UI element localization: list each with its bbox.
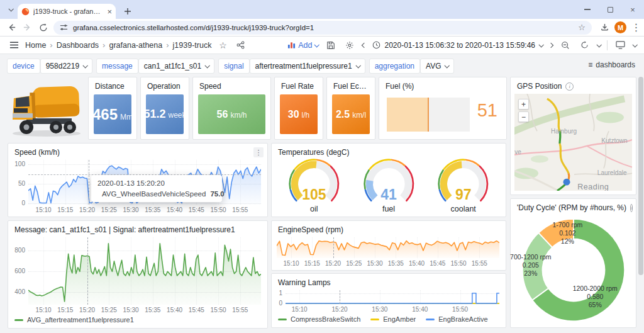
stat-value-block: 465Mm bbox=[94, 94, 131, 134]
breadcrumb-dashboard[interactable]: j1939-truck bbox=[173, 41, 212, 50]
panel-title[interactable]: Temperatures (degC) bbox=[272, 144, 506, 159]
browser-menu-kebab-icon[interactable]: ⋮ bbox=[628, 20, 644, 35]
engine-speed-chart[interactable]: 15:1015:1515:2015:2515:3015:3515:4015:45… bbox=[275, 237, 499, 268]
reload-button[interactable] bbox=[35, 20, 51, 35]
x-axis: 15:1015:1515:2015:2515:3015:3515:4015:45… bbox=[28, 205, 261, 214]
map-zoom-out-button[interactable]: − bbox=[518, 111, 529, 122]
share-icon[interactable] bbox=[234, 39, 247, 52]
panel-fuel-eco: Fuel Eco... 2.5km/l bbox=[326, 77, 375, 140]
legend[interactable]: AVG_aftertreatment1fuelpressure1 bbox=[12, 314, 261, 325]
signal-dropdown[interactable]: aftertreatment1fuelpressure1 bbox=[250, 59, 365, 73]
signal-label: signal bbox=[219, 59, 248, 73]
window-close-button[interactable]: × bbox=[621, 0, 644, 19]
message-chart[interactable]: 400600800 15:1015:1515:2015:2515:3015:35… bbox=[12, 237, 261, 325]
gauge-oil: 105 oil bbox=[277, 159, 352, 214]
time-range-picker[interactable]: 2020-01-13 15:06:32 to 2020-01-13 15:59:… bbox=[372, 41, 543, 50]
breadcrumb-dashboards[interactable]: Dashboards bbox=[57, 41, 99, 50]
map-label-partial: ve bbox=[514, 149, 521, 155]
info-icon[interactable]: i bbox=[630, 204, 633, 212]
panel-title[interactable]: Speed bbox=[193, 77, 270, 93]
time-shift-forward-icon[interactable] bbox=[548, 42, 553, 47]
aggregation-dropdown[interactable]: AVG bbox=[421, 59, 453, 73]
panel-title[interactable]: Operation bbox=[141, 77, 189, 93]
zoom-out-icon[interactable] bbox=[559, 39, 572, 52]
panel-title[interactable]: Distance bbox=[89, 77, 136, 93]
message-dropdown[interactable]: can1_at1fc1_s01 bbox=[139, 59, 214, 73]
plot-area[interactable] bbox=[28, 237, 261, 305]
panel-title[interactable]: Warning Lamps bbox=[272, 274, 506, 289]
gps-map[interactable]: Hamburg Kutztown Laureldale Reading ve +… bbox=[514, 94, 632, 191]
hamburger-menu-icon[interactable] bbox=[8, 39, 20, 52]
tv-mode-chevron-icon[interactable] bbox=[632, 42, 637, 47]
window-minimize-button[interactable] bbox=[576, 0, 599, 19]
tab-close-icon[interactable]: × bbox=[107, 8, 112, 16]
fuel-bar-gauge bbox=[387, 98, 470, 132]
breadcrumb-home[interactable]: Home bbox=[25, 41, 46, 50]
x-axis: 15:1015:1515:2015:2515:3015:3515:4015:45… bbox=[277, 258, 499, 268]
legend-item[interactable]: EngAmber bbox=[370, 315, 416, 323]
back-button[interactable] bbox=[4, 20, 19, 35]
fuel-value: 51 bbox=[477, 100, 497, 121]
plot-area[interactable] bbox=[286, 290, 499, 304]
chart-tooltip: 2020-01-13 15:20:20 AVG_WheelBasedVehicl… bbox=[91, 175, 222, 202]
tooltip-value: 75.0 bbox=[210, 190, 224, 198]
add-panel-icon bbox=[287, 42, 296, 49]
panel-title[interactable]: 'Duty Cycle' (RPM by #hours, %) bbox=[517, 203, 626, 212]
dashboards-button[interactable]: ≡ dashboards bbox=[588, 60, 635, 69]
legend-item[interactable]: EngBrakeActive bbox=[426, 315, 487, 323]
save-dashboard-icon[interactable] bbox=[325, 39, 337, 52]
window-maximize-button[interactable] bbox=[599, 0, 621, 19]
panel-title[interactable]: Message: can1_at1fc1_s01 | Signal: after… bbox=[8, 221, 267, 236]
stat-value-block: 51.2week bbox=[146, 94, 184, 134]
duty-cycle-donut[interactable]: 1-700 rpm0.10212%700-1200 rpm0.20523%120… bbox=[516, 217, 631, 324]
tv-mode-icon[interactable] bbox=[614, 39, 626, 52]
panel-title[interactable]: Fuel (%) bbox=[379, 77, 506, 93]
legend-item[interactable]: CompressBrakeSwitch bbox=[278, 315, 360, 323]
legend[interactable]: CompressBrakeSwitchEngAmberEngBrakeActiv… bbox=[275, 313, 499, 325]
panel-title[interactable]: Speed (km/h) bbox=[8, 144, 267, 159]
tooltip-timestamp: 2020-01-13 15:20:20 bbox=[97, 179, 216, 187]
site-info-icon[interactable] bbox=[60, 23, 68, 31]
y-axis: 050100 bbox=[12, 160, 28, 205]
stat-value-block: 56km/h bbox=[198, 94, 265, 134]
browser-tab[interactable]: j1939-truck - grafana-athena - × bbox=[18, 4, 116, 19]
donut-slice-label: 1200-2000 rpm0.58065% bbox=[573, 285, 618, 309]
refresh-icon[interactable] bbox=[578, 39, 591, 52]
info-icon[interactable]: i bbox=[565, 82, 574, 91]
forward-button[interactable] bbox=[19, 20, 35, 35]
downloads-icon[interactable] bbox=[597, 20, 613, 35]
bookmark-star-icon[interactable]: ☆ bbox=[578, 23, 586, 32]
panel-speed-stat: Speed 56km/h bbox=[192, 77, 271, 140]
panel-title[interactable]: GPS Position bbox=[517, 82, 562, 91]
map-zoom-in-button[interactable]: + bbox=[518, 99, 529, 110]
grafana-favicon-icon bbox=[21, 8, 30, 16]
message-label: message bbox=[97, 59, 138, 73]
profile-avatar[interactable]: M bbox=[613, 20, 628, 35]
gauge-value: 105 bbox=[277, 186, 352, 203]
dashboard-body: device 958d2219 message can1_at1fc1_s01 … bbox=[0, 54, 644, 333]
settings-gear-icon[interactable] bbox=[343, 39, 356, 52]
device-dropdown[interactable]: 958d2219 bbox=[41, 59, 92, 73]
page-scrollbar[interactable] bbox=[638, 77, 643, 275]
panel-title[interactable]: Fuel Rate bbox=[275, 77, 323, 93]
panel-title[interactable]: EngineSpeed (rpm) bbox=[272, 221, 506, 236]
plot-area[interactable] bbox=[277, 237, 499, 258]
gauge-value: 41 bbox=[352, 186, 426, 203]
truck-image bbox=[8, 77, 85, 140]
device-label: device bbox=[8, 59, 40, 73]
tab-list-chevron-icon[interactable] bbox=[5, 4, 16, 16]
url-bar[interactable]: grafana.csselectronics.stellarhosted.com… bbox=[53, 21, 592, 35]
panel-title[interactable]: Fuel Eco... bbox=[327, 77, 375, 93]
tooltip-series-name: AVG_WheelBasedVehicleSpeed bbox=[102, 190, 206, 198]
favorite-star-icon[interactable]: ☆ bbox=[216, 39, 229, 52]
panel-menu-kebab-icon[interactable]: ⋮ bbox=[253, 147, 264, 157]
legend-item[interactable]: AVG_aftertreatment1fuelpressure1 bbox=[14, 316, 134, 324]
gauge-label: coolant bbox=[426, 205, 501, 213]
breadcrumb-folder[interactable]: grafana-athena bbox=[109, 41, 162, 50]
add-button[interactable]: Add bbox=[287, 41, 318, 50]
x-axis: 15:1015:1515:2015:2515:3015:3515:4015:45… bbox=[28, 305, 261, 314]
refresh-interval-chevron-icon[interactable] bbox=[596, 42, 601, 47]
time-shift-back-icon[interactable] bbox=[362, 42, 367, 47]
warning-lamps-chart[interactable]: 01 15:1015:2015:3015:4015:50 CompressBra… bbox=[275, 290, 499, 325]
new-tab-button[interactable] bbox=[122, 6, 133, 17]
